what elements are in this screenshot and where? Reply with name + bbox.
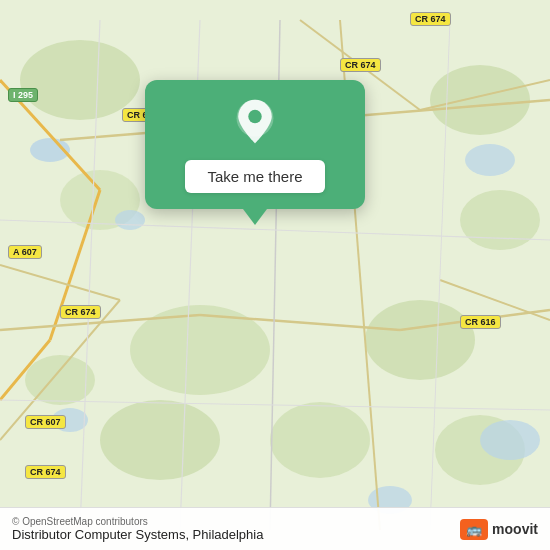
- location-label: Distributor Computer Systems, Philadelph…: [12, 527, 263, 542]
- badge-a607: A 607: [8, 245, 42, 259]
- badge-cr674-upper: CR 674: [340, 58, 381, 72]
- osm-credit: © OpenStreetMap contributors: [12, 516, 263, 527]
- badge-cr607: CR 607: [25, 415, 66, 429]
- badge-cr674-top: CR 674: [410, 12, 451, 26]
- take-me-there-button[interactable]: Take me there: [185, 160, 324, 193]
- svg-point-8: [270, 402, 370, 478]
- bottom-left: © OpenStreetMap contributors Distributor…: [12, 516, 263, 542]
- svg-point-37: [248, 110, 261, 123]
- svg-point-14: [465, 144, 515, 176]
- moovit-logo: 🚌 moovit: [460, 519, 538, 540]
- bottom-bar: © OpenStreetMap contributors Distributor…: [0, 507, 550, 550]
- svg-point-2: [430, 65, 530, 135]
- svg-point-12: [115, 210, 145, 230]
- moovit-text: moovit: [492, 521, 538, 537]
- svg-point-7: [100, 400, 220, 480]
- badge-i295: I 295: [8, 88, 38, 102]
- svg-point-15: [480, 420, 540, 460]
- popup-overlay: Take me there: [145, 80, 365, 209]
- svg-point-3: [460, 190, 540, 250]
- badge-cr674-bot: CR 674: [25, 465, 66, 479]
- svg-point-4: [365, 300, 475, 380]
- map-pin-icon: [229, 98, 281, 150]
- badge-cr674-mid: CR 674: [60, 305, 101, 319]
- moovit-m-icon: 🚌: [460, 519, 488, 540]
- badge-cr616: CR 616: [460, 315, 501, 329]
- map-container: I 295 CR 674 CR 603 CR 674 A 607 CR 674 …: [0, 0, 550, 550]
